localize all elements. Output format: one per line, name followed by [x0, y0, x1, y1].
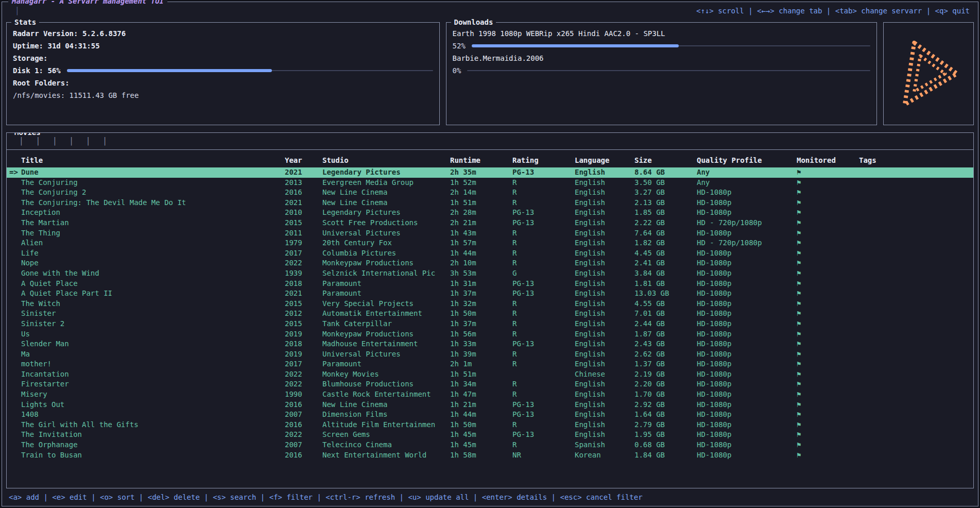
movie-year: 2018 — [285, 279, 322, 289]
movie-language: English — [575, 268, 634, 279]
movie-runtime: 1h 31m — [450, 279, 512, 289]
movies-tab[interactable] — [96, 137, 113, 145]
movie-size: 2.79 GB — [634, 420, 697, 430]
table-row[interactable]: A Quiet Place Part II 2021 Paramount 1h … — [7, 289, 973, 299]
movie-language: English — [575, 178, 634, 188]
movies-panel: Movies Title Year Studio Runtime Rating … — [6, 132, 974, 488]
monitored-flag-icon: ⚑ — [797, 379, 859, 390]
movie-size: 1.85 GB — [634, 208, 697, 218]
table-row[interactable]: Incantation 2022 Monkey Movies 1h 51m Ch… — [7, 369, 973, 380]
movie-size: 1.37 GB — [634, 359, 697, 369]
movie-title: Alien — [21, 238, 285, 248]
movie-year: 2021 — [285, 198, 322, 208]
table-row[interactable]: Lights Out 2016 New Line Cinema 1h 21m P… — [7, 400, 973, 410]
movie-studio: 20th Century Fox — [322, 238, 450, 248]
downloads-panel-title: Downloads — [451, 18, 496, 26]
movie-language: English — [575, 400, 634, 410]
table-row[interactable]: The Girl with All the Gifts 2016 Altitud… — [7, 420, 973, 430]
table-row[interactable]: Train to Busan 2016 Next Entertainment W… — [7, 450, 973, 461]
table-row[interactable]: Gone with the Wind 1939 Selznick Interna… — [7, 268, 973, 279]
movie-rating: PG-13 — [512, 208, 575, 218]
table-row[interactable]: The Conjuring 2013 Evergreen Media Group… — [7, 178, 973, 188]
download-item[interactable]: Earth 1998 1080p WEBRip x265 Hindi AAC2.… — [453, 27, 870, 52]
monitored-flag-icon: ⚑ — [797, 248, 859, 259]
movie-title: The Martian — [21, 218, 285, 228]
movie-size: 2.62 GB — [634, 349, 697, 360]
table-row[interactable]: Sinister 2 2015 Tank Caterpillar 1h 37m … — [7, 319, 973, 329]
movie-title: The Orphanage — [21, 440, 285, 450]
movie-title: Life — [21, 248, 285, 259]
progress-fill — [472, 44, 679, 47]
table-row[interactable]: The Martian 2015 Scott Free Productions … — [7, 218, 973, 228]
movie-language: English — [575, 167, 634, 178]
table-row[interactable]: Ma 2019 Universal Pictures 1h 39m R Engl… — [7, 349, 973, 360]
table-row[interactable]: Nope 2022 Monkeypaw Productions 2h 10m R… — [7, 258, 973, 268]
movie-language: English — [575, 258, 634, 268]
table-row[interactable]: The Invitation 2022 Screen Gems 1h 45m P… — [7, 430, 973, 440]
monitored-flag-icon: ⚑ — [797, 299, 859, 309]
movies-tab[interactable] — [63, 137, 79, 145]
table-row[interactable]: Inception 2010 Legendary Pictures 2h 28m… — [7, 208, 973, 218]
movie-size: 3.84 GB — [634, 268, 697, 279]
movie-studio: Tank Caterpillar — [322, 319, 450, 329]
table-row[interactable]: Misery 1990 Castle Rock Entertainment 1h… — [7, 390, 973, 400]
movies-tab[interactable] — [29, 137, 46, 145]
movie-studio: New Line Cinema — [322, 188, 450, 198]
table-row[interactable]: A Quiet Place 2018 Paramount 1h 31m PG-1… — [7, 279, 973, 289]
managarr-logo-icon — [890, 36, 967, 112]
table-row[interactable]: Life 2017 Columbia Pictures 1h 44m R Eng… — [7, 248, 973, 259]
movie-rating: R — [512, 359, 575, 369]
servarr-tab[interactable] — [8, 7, 26, 15]
movies-tab[interactable] — [46, 137, 63, 145]
movie-language: Korean — [575, 450, 634, 461]
table-row[interactable]: The Conjuring: The Devil Made Me Do It 2… — [7, 198, 973, 208]
monitored-flag-icon: ⚑ — [797, 198, 859, 208]
movies-panel-title: Movies — [11, 132, 44, 137]
movie-year: 2016 — [285, 420, 322, 430]
table-row[interactable]: Firestarter 2022 Blumhouse Productions 1… — [7, 379, 973, 390]
table-row[interactable]: Alien 1979 20th Century Fox 1h 57m R Eng… — [7, 238, 973, 248]
table-row[interactable]: The Thing 2011 Universal Pictures 1h 43m… — [7, 228, 973, 239]
movie-size: 2.20 GB — [634, 379, 697, 390]
table-row[interactable]: mother! 2017 Paramount 2h 1m R English 1… — [7, 359, 973, 369]
movie-language: English — [575, 238, 634, 248]
movie-rating: PG-13 — [512, 279, 575, 289]
table-row[interactable]: Sinister 2012 Automatik Entertainment 1h… — [7, 309, 973, 319]
table-row[interactable]: => Dune 2021 Legendary Pictures 2h 35m P… — [7, 167, 973, 178]
table-row[interactable]: 1408 2007 Dimension Films 1h 44m PG-13 E… — [7, 410, 973, 420]
movie-rating: G — [512, 268, 575, 279]
table-row[interactable]: Slender Man 2018 Madhouse Entertainment … — [7, 339, 973, 349]
movie-size: 13.03 GB — [634, 289, 697, 299]
download-item[interactable]: Barbie.Mermaidia.2006 0% — [453, 52, 870, 77]
monitored-flag-icon: ⚑ — [797, 279, 859, 289]
movie-runtime: 1h 51m — [450, 369, 512, 380]
movie-quality-profile: HD-1080p — [697, 420, 797, 430]
movie-runtime: 1h 37m — [450, 319, 512, 329]
monitored-flag-icon: ⚑ — [797, 420, 859, 430]
movies-table-header: Title Year Studio Runtime Rating Languag… — [7, 153, 973, 167]
table-row[interactable]: The Conjuring 2 2016 New Line Cinema 2h … — [7, 188, 973, 198]
movies-tab[interactable] — [13, 137, 29, 145]
table-row[interactable]: Us 2019 Monkeypaw Productions 1h 56m R E… — [7, 329, 973, 340]
monitored-flag-icon: ⚑ — [797, 400, 859, 410]
table-row[interactable]: The Orphanage 2007 Telecinco Cinema 1h 4… — [7, 440, 973, 450]
col-studio: Studio — [322, 156, 450, 164]
movie-language: English — [575, 420, 634, 430]
movie-runtime: 1h 37m — [450, 289, 512, 299]
storage-label: Storage: — [13, 52, 433, 64]
movie-quality-profile: HD - 720p/1080p — [697, 238, 797, 248]
movie-rating: R — [512, 258, 575, 268]
col-language: Language — [575, 156, 634, 164]
movie-size: 3.27 GB — [634, 188, 697, 198]
movies-tab[interactable] — [80, 137, 96, 145]
movie-language: English — [575, 289, 634, 299]
movie-runtime: 2h 35m — [450, 167, 512, 178]
movie-studio: Universal Pictures — [322, 228, 450, 239]
movie-year: 2016 — [285, 400, 322, 410]
root-folder-value: /nfs/movies: 11511.43 GB free — [13, 89, 433, 101]
movie-size: 1.82 GB — [634, 238, 697, 248]
movie-year: 2015 — [285, 319, 322, 329]
table-row[interactable]: The Witch 2015 Very Special Projects 1h … — [7, 299, 973, 309]
movie-studio: Screen Gems — [322, 430, 450, 440]
movie-rating: PG-13 — [512, 410, 575, 420]
